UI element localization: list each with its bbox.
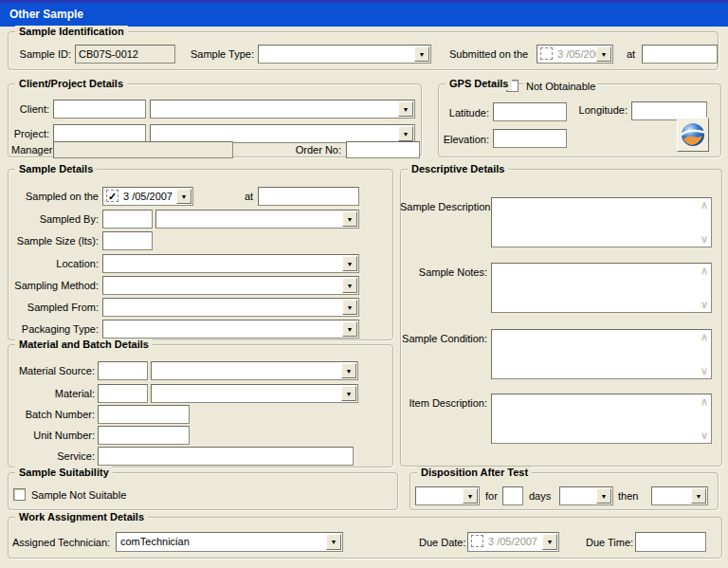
dropdown-arrow-button[interactable]: ▼ [342,256,357,271]
sample-condition-label: Sample Condition: [400,333,487,345]
unit-number-label: Unit Number: [6,430,95,442]
chevron-down-icon: ▼ [347,304,354,311]
sample-size-field[interactable] [102,231,153,250]
due-date-picker[interactable]: 3 /05/2007 ▼ [467,532,559,552]
dropdown-arrow-button[interactable]: ▼ [341,363,356,378]
scroll-up-icon[interactable]: ∧ [701,200,708,211]
service-label: Service: [6,450,95,463]
unit-number-field[interactable] [98,426,190,445]
sample-not-suitable-checkbox[interactable] [13,488,26,501]
sampled-on-checkbox[interactable]: ✓ [106,190,118,202]
chevron-down-icon: ▼ [346,391,353,397]
batch-number-field[interactable] [98,405,190,424]
latitude-field[interactable] [493,102,567,121]
material-source-combo[interactable]: ▼ [151,361,358,380]
dropdown-arrow-button[interactable]: ▼ [542,534,557,550]
group-title-sample-identification: Sample Identification [15,26,128,38]
disposition-days-field[interactable] [502,486,523,505]
dropdown-arrow-button[interactable]: ▼ [176,189,191,204]
submitted-time-field[interactable] [642,45,718,64]
sampled-by-code-field[interactable] [102,210,153,229]
packaging-type-combo[interactable]: ▼ [102,320,359,339]
client-name-combo[interactable]: ▼ [150,100,415,119]
scroll-down-icon[interactable]: ∨ [701,431,708,441]
chevron-down-icon: ▼ [601,493,608,500]
packaging-type-label: Packaging Type: [6,323,99,336]
chevron-down-icon: ▼ [696,493,702,500]
chevron-down-icon: ▼ [181,193,188,200]
dropdown-arrow-button[interactable]: ▼ [398,101,413,117]
service-field[interactable] [98,447,354,466]
disposition-then-combo[interactable]: ▼ [651,486,708,505]
dropdown-arrow-button[interactable]: ▼ [691,488,706,504]
due-time-label: Due Time: [586,537,633,549]
dropdown-arrow-button[interactable]: ▼ [326,534,341,550]
sampled-on-date-value: 3 /05/2007 [123,190,173,203]
project-code-field[interactable] [53,124,146,143]
manager-label: Manager: [11,144,55,156]
client-code-field[interactable] [53,100,146,119]
longitude-label: Longitude: [573,104,628,117]
window-title: Other Sample [9,8,83,21]
sample-description-textarea[interactable]: ∧ ∨ [491,197,712,247]
item-description-label: Item Description: [400,397,487,410]
assigned-technician-value: comTechnician [120,535,325,548]
group-title-client-project: Client/Project Details [15,78,127,90]
window-titlebar: Other Sample [0,0,728,27]
dropdown-arrow-button[interactable]: ▼ [596,46,611,62]
sample-type-combo[interactable]: ▼ [258,45,431,64]
sampled-from-combo[interactable]: ▼ [102,298,359,317]
chevron-down-icon: ▼ [419,51,426,58]
scroll-down-icon[interactable]: ∨ [701,234,708,245]
order-no-field[interactable] [346,141,420,158]
disposition-hold-combo[interactable]: ▼ [559,486,613,505]
material-code-field[interactable] [98,384,148,403]
project-label: Project: [11,128,49,140]
chevron-down-icon: ▼ [347,326,354,333]
due-time-field[interactable] [635,532,706,552]
dropdown-arrow-button[interactable]: ▼ [342,211,357,227]
dropdown-arrow-button[interactable]: ▼ [341,386,356,401]
chevron-down-icon: ▼ [601,51,608,58]
item-description-textarea[interactable]: ∧ ∨ [491,394,712,444]
submitted-at-label: at [627,48,635,61]
dropdown-arrow-button[interactable]: ▼ [342,300,357,315]
sample-condition-textarea[interactable]: ∧ ∨ [491,329,712,379]
dropdown-arrow-button[interactable]: ▼ [414,46,429,62]
project-name-combo[interactable]: ▼ [150,124,415,143]
days-label: days [529,490,551,503]
sampling-method-combo[interactable]: ▼ [102,276,359,295]
sampled-on-label: Sampled on the [6,191,99,203]
dropdown-arrow-button[interactable]: ▼ [342,321,357,337]
for-label: for [485,490,498,503]
due-date-value: 3 /05/2007 [488,535,537,548]
scroll-down-icon[interactable]: ∨ [701,300,708,310]
sampled-time-field[interactable] [258,187,359,206]
scroll-down-icon[interactable]: ∨ [701,366,708,376]
dropdown-arrow-button[interactable]: ▼ [463,488,478,504]
scroll-up-icon[interactable]: ∧ [701,332,708,342]
scroll-up-icon[interactable]: ∧ [701,266,708,276]
batch-number-label: Batch Number: [6,409,95,421]
assigned-technician-label: Assigned Technician: [12,537,110,549]
submitted-date-picker[interactable]: 3 /05/2007 ▼ [537,45,613,64]
scroll-up-icon[interactable]: ∧ [701,396,708,407]
chevron-down-icon: ▼ [347,283,354,289]
location-combo[interactable]: ▼ [102,254,359,273]
material-source-label: Material Source: [6,365,95,377]
google-earth-button[interactable] [677,118,709,152]
sampled-by-combo[interactable]: ▼ [155,210,359,229]
material-label: Material: [6,388,95,400]
sampled-on-date-picker[interactable]: ✓ 3 /05/2007 ▼ [102,187,193,206]
material-combo[interactable]: ▼ [151,384,358,403]
dropdown-arrow-button[interactable]: ▼ [398,126,413,141]
material-source-code-field[interactable] [98,361,148,380]
assigned-technician-combo[interactable]: comTechnician ▼ [116,532,343,552]
dropdown-arrow-button[interactable]: ▼ [342,278,357,293]
submitted-date-checkbox[interactable] [540,47,553,60]
disposition-action-combo[interactable]: ▼ [415,486,480,505]
dropdown-arrow-button[interactable]: ▼ [596,488,611,504]
due-date-checkbox[interactable] [471,535,483,547]
elevation-field[interactable] [493,129,567,148]
sample-notes-textarea[interactable]: ∧ ∨ [491,263,712,313]
